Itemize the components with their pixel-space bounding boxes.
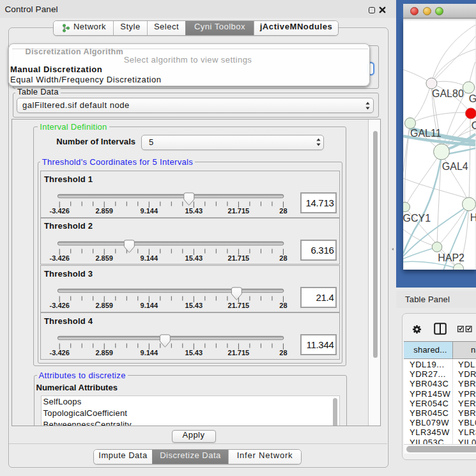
svg-text:H: H <box>470 211 476 222</box>
svg-text:21.715: 21.715 <box>227 207 249 215</box>
svg-text:15.43: 15.43 <box>185 349 203 357</box>
svg-text:15.43: 15.43 <box>185 254 203 262</box>
svg-text:GAL4: GAL4 <box>442 160 468 171</box>
svg-text:GAL80: GAL80 <box>432 88 464 99</box>
svg-text:28: 28 <box>279 349 287 357</box>
svg-text:9.144: 9.144 <box>140 349 158 357</box>
svg-text:21.715: 21.715 <box>227 254 249 262</box>
svg-text:9.144: 9.144 <box>140 302 158 309</box>
svg-text:9.144: 9.144 <box>140 207 158 215</box>
svg-text:21.715: 21.715 <box>227 302 249 309</box>
svg-text:-3.426: -3.426 <box>49 349 69 357</box>
svg-text:15.43: 15.43 <box>185 207 203 215</box>
svg-text:2.859: 2.859 <box>95 302 113 309</box>
svg-text:28: 28 <box>279 207 287 215</box>
svg-text:HAP2: HAP2 <box>438 252 464 263</box>
svg-text:28: 28 <box>279 302 287 309</box>
svg-text:GAL11: GAL11 <box>410 127 441 138</box>
svg-text:21.715: 21.715 <box>227 349 249 357</box>
svg-text:G.: G. <box>469 93 476 104</box>
svg-text:9.144: 9.144 <box>140 254 158 262</box>
svg-text:28: 28 <box>279 254 287 262</box>
svg-text:15.43: 15.43 <box>185 302 203 309</box>
svg-text:2.859: 2.859 <box>95 254 113 262</box>
svg-text:GCY1: GCY1 <box>403 212 431 223</box>
svg-text:-3.426: -3.426 <box>49 207 69 215</box>
svg-text:2.859: 2.859 <box>95 349 113 357</box>
svg-text:-3.426: -3.426 <box>49 302 69 309</box>
svg-text:C: C <box>472 119 476 130</box>
svg-text:-3.426: -3.426 <box>49 254 69 262</box>
svg-text:2.859: 2.859 <box>95 207 113 215</box>
